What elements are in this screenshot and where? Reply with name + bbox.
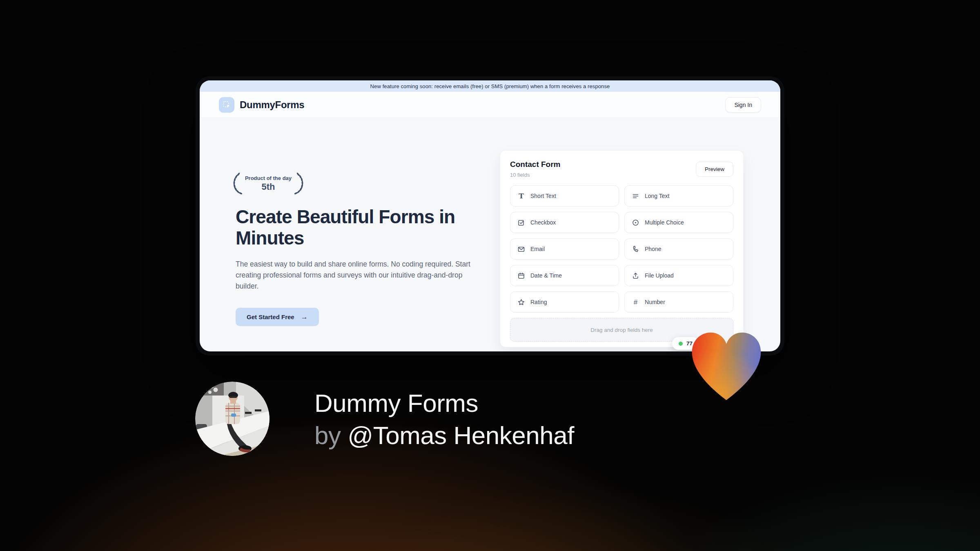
radio-icon — [632, 219, 639, 227]
hero-copy: Product of the day 5th — [236, 171, 500, 326]
hash-icon: # — [632, 298, 639, 306]
field-long-text[interactable]: Long Text — [624, 185, 733, 207]
get-started-button[interactable]: Get Started Free → — [236, 308, 319, 326]
field-rating[interactable]: Rating — [510, 291, 619, 313]
laurel-left-icon — [230, 171, 243, 196]
field-short-text[interactable]: T Short Text — [510, 185, 619, 207]
award-line1: Product of the day — [245, 175, 292, 181]
green-dot-icon — [679, 342, 683, 346]
field-file-upload[interactable]: File Upload — [624, 265, 733, 286]
calendar-icon — [517, 272, 525, 280]
form-title: Contact Form — [510, 160, 561, 169]
field-date-time[interactable]: Date & Time — [510, 265, 619, 286]
brand-name: DummyForms — [240, 99, 304, 111]
card-header: Contact Form 10 fields Preview — [510, 160, 733, 178]
lines-icon — [632, 192, 639, 200]
star-icon — [517, 298, 525, 306]
card-header-text: Contact Form 10 fields — [510, 160, 561, 178]
heart-icon — [686, 329, 766, 406]
author-avatar — [195, 382, 270, 456]
app-header: DummyForms Sign In — [200, 92, 780, 118]
field-count: 10 fields — [510, 172, 561, 178]
brand[interactable]: DummyForms — [219, 97, 304, 113]
app-window-content: New feature coming soon: receive emails … — [200, 80, 780, 351]
announcement-banner: New feature coming soon: receive emails … — [200, 80, 780, 92]
text-icon: T — [517, 192, 525, 200]
field-multiple-choice[interactable]: Multiple Choice — [624, 212, 733, 233]
field-phone[interactable]: Phone — [624, 238, 733, 260]
dropzone-text: Drag and drop fields here — [590, 327, 653, 333]
checkbox-icon — [517, 219, 525, 227]
form-builder-card: Contact Form 10 fields Preview T Short T… — [500, 150, 744, 347]
field-number[interactable]: # Number — [624, 291, 733, 313]
hero-title: Create Beautiful Forms in Minutes — [236, 206, 481, 249]
product-of-the-day-badge: Product of the day 5th — [236, 171, 301, 196]
preview-button[interactable]: Preview — [696, 162, 733, 177]
caption: Dummy Forms by @Tomas Henkenhaf — [314, 387, 574, 451]
arrow-right-icon: → — [301, 313, 308, 320]
hero-section: Product of the day 5th — [200, 118, 780, 351]
hero-description: The easiest way to build and share onlin… — [236, 259, 477, 292]
get-started-label: Get Started Free — [247, 313, 294, 320]
award-line2: 5th — [245, 182, 292, 192]
field-checkbox[interactable]: Checkbox — [510, 212, 619, 233]
cursor-select-logo-icon — [219, 97, 234, 113]
announcement-text: New feature coming soon: receive emails … — [370, 83, 610, 89]
award-text: Product of the day 5th — [245, 175, 292, 192]
caption-by-prefix: by — [314, 421, 347, 449]
caption-title: Dummy Forms — [314, 387, 574, 419]
envelope-icon — [517, 245, 525, 253]
upload-icon — [632, 272, 639, 280]
promo-card: New feature coming soon: receive emails … — [0, 0, 980, 551]
app-window: New feature coming soon: receive emails … — [196, 76, 784, 355]
laurel-right-icon — [294, 171, 306, 196]
phone-icon — [632, 245, 639, 253]
field-email[interactable]: Email — [510, 238, 619, 260]
caption-byline: by @Tomas Henkenhaf — [314, 419, 574, 451]
field-type-grid: T Short Text Long Text — [510, 185, 733, 313]
caption-author-handle: @Tomas Henkenhaf — [347, 421, 574, 449]
sign-in-button[interactable]: Sign In — [725, 97, 761, 113]
